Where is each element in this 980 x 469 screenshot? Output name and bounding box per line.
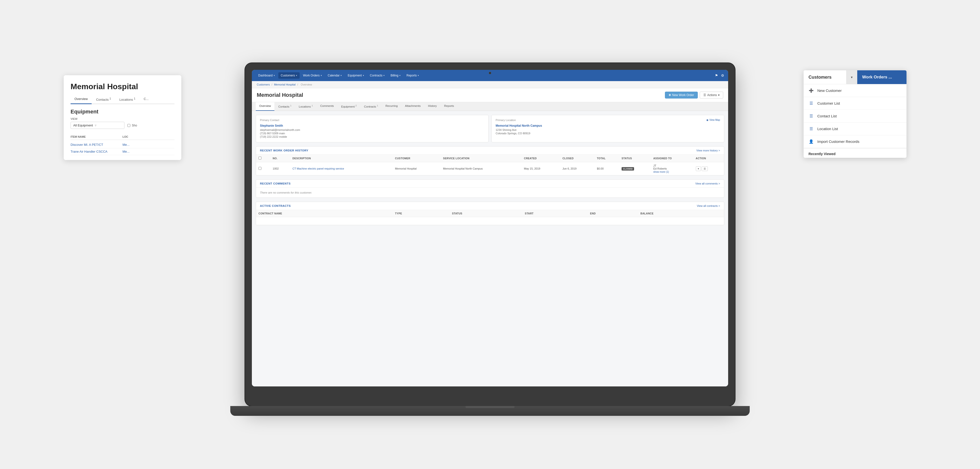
tab-overview[interactable]: Overview xyxy=(256,102,274,111)
contracts-empty-row xyxy=(256,217,724,225)
wo-no[interactable]: 1002 xyxy=(270,162,290,175)
bookmark-icon[interactable]: ⚑ xyxy=(715,73,718,78)
breadcrumb-customers[interactable]: Customers xyxy=(257,83,270,86)
wo-customer[interactable]: Memorial Hospital xyxy=(393,162,441,175)
location-name[interactable]: Memorial Hospital North Campus xyxy=(496,124,720,127)
primary-location-title: Primary Location xyxy=(496,119,516,122)
plus-circle-icon: ➕ xyxy=(808,88,814,93)
wo-location[interactable]: Memorial Hospital North Campus xyxy=(441,162,521,175)
equipment-loc-1[interactable]: Me... xyxy=(123,143,175,146)
workorders-header-button[interactable]: Work Orders ... xyxy=(857,70,907,84)
work-order-header: RECENT WORK ORDER HISTORY View more hist… xyxy=(256,146,724,154)
lp-tab-more[interactable]: C... xyxy=(140,95,153,104)
lp-tab-locations[interactable]: Locations 1 xyxy=(115,95,139,104)
settings-icon[interactable]: ⚙ xyxy=(721,73,724,78)
nav-equipment[interactable]: Equipment ▾ xyxy=(345,72,366,79)
menu-contact-list[interactable]: ☰ Contact List xyxy=(803,110,907,122)
tab-contacts[interactable]: Contacts 1 xyxy=(275,102,295,111)
tab-reports[interactable]: Reports xyxy=(441,102,457,111)
equipment-chevron-icon: ▾ xyxy=(363,74,364,77)
customers-chevron-icon: ▾ xyxy=(296,74,297,77)
nav-billing[interactable]: Billing ▾ xyxy=(388,72,403,79)
new-work-order-button[interactable]: ✚ New Work Order xyxy=(665,92,698,99)
equipment-item-1[interactable]: Discover MI. A PET/CT xyxy=(70,143,123,146)
customers-header-button[interactable]: Customers xyxy=(803,70,846,84)
view-all-comments-link[interactable]: View all comments > xyxy=(695,182,720,185)
primary-contact-title: Primary Contact xyxy=(260,119,484,122)
view-all-contracts-link[interactable]: View all contracts > xyxy=(697,204,720,207)
nav-customers[interactable]: Customers ▾ xyxy=(278,72,300,79)
show-more-link[interactable]: show more (1) xyxy=(653,170,690,173)
nav-contracts[interactable]: Contracts ▾ xyxy=(368,72,387,79)
contracts-section: ACTIVE CONTRACTS View all contracts > CO… xyxy=(256,202,724,225)
wo-total: $0.00 xyxy=(594,162,619,175)
comments-header: RECENT COMMENTS View all comments > xyxy=(256,180,724,188)
assigned-name: Ed Roberts xyxy=(653,167,690,170)
right-panel: Customers ▾ Work Orders ... ➕ New Custom… xyxy=(803,70,907,158)
lp-tab-contacts[interactable]: Contacts 1 xyxy=(92,95,115,104)
tab-locations[interactable]: Locations 1 xyxy=(296,102,316,111)
tab-attachments[interactable]: Attachments xyxy=(402,102,424,111)
wo-action: ▾ ☰ xyxy=(694,162,724,175)
wo-assigned: JT Ed Roberts show more (1) xyxy=(651,162,693,175)
wo-description: CT Machine electric panel requiring serv… xyxy=(290,162,393,175)
work-orders-table: NO. DESCRIPTION CUSTOMER SERVICE LOCATIO… xyxy=(256,154,724,175)
import-icon: 👤 xyxy=(808,139,814,144)
actions-icon: ☰ xyxy=(703,93,706,97)
contracts-header: ACTIVE CONTRACTS View all contracts > xyxy=(256,202,724,210)
menu-new-customer[interactable]: ➕ New Customer xyxy=(803,84,907,97)
tab-history[interactable]: History xyxy=(425,102,440,111)
laptop-hinge xyxy=(466,406,514,408)
menu-customer-list[interactable]: ☰ Customer List xyxy=(803,97,907,110)
tab-equipment[interactable]: Equipment 2 xyxy=(338,102,360,111)
show-label: Sho xyxy=(132,124,137,127)
contract-col-status: STATUS xyxy=(450,210,522,217)
tab-comments[interactable]: Comments xyxy=(317,102,337,111)
breadcrumb: Customers / Memorial Hospital / Overview xyxy=(252,81,728,88)
view-map-label: View Map xyxy=(709,119,720,121)
breadcrumb-hospital[interactable]: Memorial Hospital xyxy=(274,83,296,86)
contract-col-end: END xyxy=(587,210,638,217)
lp-tab-overview[interactable]: Overview xyxy=(70,95,92,104)
import-customer-label: Import Customer Records xyxy=(817,140,859,144)
nav-dashboard[interactable]: Dashboard ▾ xyxy=(256,72,277,79)
contact-name[interactable]: Stephanie Smith xyxy=(260,124,484,127)
action-dropdown-button[interactable]: ▾ xyxy=(696,166,701,171)
left-panel: Memorial Hospital Overview Contacts 1 Lo… xyxy=(64,75,181,160)
contracts-title: ACTIVE CONTRACTS xyxy=(260,204,291,207)
menu-location-list[interactable]: ☰ Location List xyxy=(803,122,907,135)
equipment-view-select[interactable]: All Equipment ▿ xyxy=(70,122,124,129)
contact-phone2: (719) 222-2222 mobile xyxy=(260,135,484,138)
workorders-chevron-icon: ▾ xyxy=(321,74,322,77)
equipment-option: All Equipment xyxy=(73,124,93,127)
equipment-loc-2[interactable]: Me... xyxy=(123,150,175,153)
view-map-button[interactable]: ◉ View Map xyxy=(706,119,720,121)
nav-workorders[interactable]: Work Orders ▾ xyxy=(301,72,325,79)
row-select-checkbox[interactable] xyxy=(258,167,261,170)
assigned-initials: JT xyxy=(653,164,690,167)
menu-import-customer[interactable]: 👤 Import Customer Records xyxy=(803,135,907,148)
col-assigned-to: ASSIGNED TO xyxy=(651,154,693,162)
col-description: DESCRIPTION xyxy=(290,154,393,162)
recently-viewed-section: Recently Viewed xyxy=(803,148,907,158)
nav-calendar[interactable]: Calendar ▾ xyxy=(325,72,344,79)
nav-reports[interactable]: Reports ▾ xyxy=(404,72,422,79)
equipment-item-2[interactable]: Trane Air Handler CSCCA xyxy=(70,150,123,153)
col-total: TOTAL xyxy=(594,154,619,162)
show-checkbox[interactable] xyxy=(127,124,130,127)
laptop-screen: Dashboard ▾ Customers ▾ Work Orders ▾ xyxy=(252,70,728,386)
select-all-checkbox[interactable] xyxy=(258,157,261,159)
view-more-history-link[interactable]: View more history > xyxy=(696,149,720,152)
tab-recurring[interactable]: Recurring xyxy=(382,102,401,111)
list-icon-1: ☰ xyxy=(808,101,814,106)
screen-bezel: Dashboard ▾ Customers ▾ Work Orders ▾ xyxy=(252,70,728,386)
col-no: NO. xyxy=(270,154,290,162)
action-menu-button[interactable]: ☰ xyxy=(702,166,708,171)
actions-button[interactable]: ☰ Actions ▾ xyxy=(700,92,723,99)
map-icon: ◉ xyxy=(706,119,708,121)
page-title: Memorial Hospital xyxy=(257,92,303,98)
col-checkbox xyxy=(256,154,270,162)
customers-header-label: Customers xyxy=(808,75,832,80)
tab-contracts[interactable]: Contracts 1 xyxy=(361,102,382,111)
customers-dropdown-arrow[interactable]: ▾ xyxy=(846,70,857,84)
